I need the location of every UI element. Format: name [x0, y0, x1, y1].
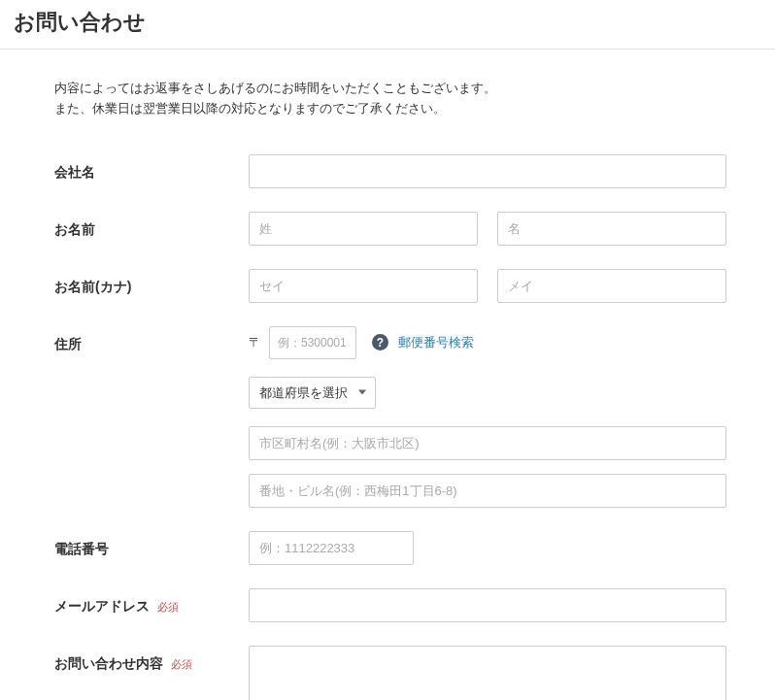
company-input[interactable] [249, 154, 726, 188]
label-phone: 電話番号 [54, 531, 249, 558]
prefecture-select-wrap: 都道府県を選択 [249, 377, 376, 409]
required-badge: 必須 [171, 658, 192, 670]
prefecture-select[interactable]: 都道府県を選択 [249, 377, 376, 409]
row-name: お名前 [54, 212, 726, 246]
email-input[interactable] [249, 588, 726, 622]
form-content: 内容によってはお返事をさしあげるのにお時間をいただくこともございます。 また、休… [0, 50, 775, 700]
label-email: メールアドレス 必須 [54, 588, 249, 616]
row-phone: 電話番号 [54, 531, 726, 565]
label-content-text: お問い合わせ内容 [54, 655, 163, 671]
sei-kana-input[interactable] [249, 269, 478, 303]
required-badge: 必須 [157, 601, 179, 613]
mei-input[interactable] [497, 212, 726, 246]
postal-row: 〒 ? 郵便番号検索 [249, 326, 726, 359]
phone-input[interactable] [249, 531, 414, 565]
mei-kana-input[interactable] [497, 269, 726, 303]
content-textarea[interactable] [249, 646, 726, 700]
postal-input[interactable] [269, 326, 356, 359]
row-company: 会社名 [54, 154, 726, 188]
help-icon: ? [372, 334, 388, 350]
sei-input[interactable] [249, 212, 478, 246]
label-company: 会社名 [54, 154, 249, 182]
street-input[interactable] [249, 474, 726, 508]
row-address: 住所 〒 ? 郵便番号検索 都道府県を選択 [54, 326, 726, 531]
row-content: お問い合わせ内容 必須 [54, 646, 726, 700]
label-name: お名前 [54, 212, 249, 239]
intro-line-1: 内容によってはお返事をさしあげるのにお時間をいただくこともございます。 [54, 79, 726, 99]
postal-mark: 〒 [249, 334, 261, 351]
intro-text: 内容によってはお返事をさしあげるのにお時間をいただくこともございます。 また、休… [54, 79, 726, 119]
row-name-kana: お名前(カナ) [54, 269, 726, 303]
label-name-kana: お名前(カナ) [54, 269, 249, 296]
label-email-text: メールアドレス [54, 598, 150, 614]
row-email: メールアドレス 必須 [54, 588, 726, 622]
label-content: お問い合わせ内容 必須 [54, 646, 249, 673]
intro-line-2: また、休業日は翌営業日以降の対応となりますのでご了承ください。 [54, 99, 726, 119]
postal-search-link[interactable]: 郵便番号検索 [398, 334, 474, 351]
city-input[interactable] [249, 426, 726, 460]
page-title: お問い合わせ [0, 0, 775, 50]
label-address: 住所 [54, 326, 249, 353]
